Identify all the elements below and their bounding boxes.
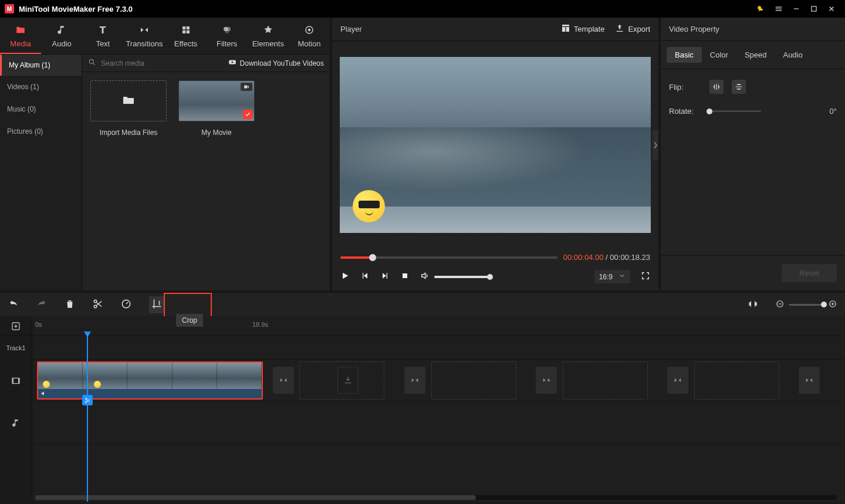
playhead[interactable]	[87, 336, 88, 502]
svg-point-8	[225, 29, 229, 34]
svg-rect-3	[186, 26, 189, 29]
tab-transitions-label: Transitions	[126, 39, 163, 48]
tab-effects-label: Effects	[174, 39, 198, 48]
import-media-card[interactable]: Import Media Files	[90, 80, 167, 137]
ruler-mark-1: 18.9s	[252, 321, 268, 328]
folder-icon	[2, 25, 39, 37]
crop-button[interactable]	[149, 296, 164, 313]
expand-handle[interactable]: ❯	[653, 130, 658, 160]
search-input[interactable]	[101, 59, 195, 67]
playhead-split-handle[interactable]	[82, 395, 93, 405]
download-youtube-link[interactable]: Download YouTube Videos	[228, 58, 324, 68]
rotate-slider[interactable]	[709, 110, 761, 112]
clip-emoji-marker	[43, 381, 50, 388]
tab-elements[interactable]: Elements	[248, 18, 289, 54]
tab-media[interactable]: Media	[0, 18, 41, 54]
prop-tab-audio[interactable]: Audio	[775, 47, 810, 63]
empty-clip-slot[interactable]	[563, 361, 648, 400]
redo-button[interactable]	[36, 299, 47, 311]
tab-elements-label: Elements	[252, 39, 284, 48]
time-sep: /	[603, 253, 610, 262]
template-button[interactable]: Template	[561, 23, 605, 35]
play-button[interactable]	[340, 271, 350, 282]
prev-frame-button[interactable]	[360, 271, 370, 282]
speed-button[interactable]	[121, 299, 131, 311]
track-label: Track1	[0, 336, 32, 360]
tab-effects[interactable]: Effects	[165, 18, 206, 54]
svg-rect-4	[182, 31, 185, 33]
empty-clip-slot[interactable]	[694, 361, 779, 400]
tab-text[interactable]: Text	[82, 18, 123, 54]
transition-slot[interactable]	[667, 367, 688, 394]
volume-slider[interactable]	[434, 276, 490, 278]
time-ruler[interactable]: 0s 18.9s	[0, 316, 845, 336]
youtube-icon	[228, 58, 236, 68]
player-title: Player	[340, 25, 362, 33]
svg-rect-2	[182, 26, 185, 29]
undo-button[interactable]	[8, 299, 19, 311]
fullscreen-button[interactable]	[641, 271, 650, 282]
timeline-scrollbar[interactable]	[35, 495, 837, 500]
reset-button[interactable]: Reset	[782, 264, 837, 282]
timeline-row-label	[32, 336, 845, 360]
tab-filters[interactable]: Filters	[207, 18, 248, 54]
zoom-in-button[interactable]	[829, 300, 837, 310]
tab-transitions[interactable]: Transitions	[123, 18, 165, 54]
seek-bar[interactable]	[340, 256, 557, 259]
prop-tab-color[interactable]: Color	[702, 47, 736, 63]
tab-motion[interactable]: Motion	[289, 18, 330, 54]
maximize-button[interactable]	[805, 0, 823, 18]
video-clip[interactable]	[37, 361, 263, 400]
menu-icon[interactable]	[770, 0, 787, 18]
prop-tab-basic[interactable]: Basic	[667, 47, 702, 63]
time-display: 00:00:04.00 / 00:00:18.23	[563, 253, 650, 262]
upgrade-icon[interactable]	[752, 0, 770, 18]
close-button[interactable]	[823, 0, 840, 18]
tab-motion-label: Motion	[298, 39, 320, 48]
svg-point-10	[308, 29, 311, 32]
time-current: 00:00:04.00	[563, 253, 604, 262]
media-thumb-frame	[178, 80, 255, 121]
export-button[interactable]: Export	[615, 23, 650, 35]
album-item-music[interactable]: Music (0)	[0, 98, 82, 120]
album-item-pictures[interactable]: Pictures (0)	[0, 120, 82, 143]
svg-rect-0	[794, 8, 799, 9]
transition-slot[interactable]	[536, 367, 557, 394]
media-thumb-my-movie[interactable]: My Movie	[178, 80, 255, 137]
audio-track-icon	[0, 402, 32, 444]
video-track-icon	[0, 360, 32, 402]
rotate-label: Rotate:	[669, 107, 701, 116]
transition-slot[interactable]	[273, 367, 294, 394]
tab-audio[interactable]: Audio	[41, 18, 82, 54]
timeline-row-video[interactable]	[32, 360, 845, 402]
transition-icon	[126, 25, 163, 37]
stop-button[interactable]	[400, 271, 410, 282]
folder-open-icon	[121, 93, 136, 109]
prop-tab-speed[interactable]: Speed	[736, 47, 775, 63]
minimize-button[interactable]	[787, 0, 805, 18]
preview-viewport	[340, 57, 651, 233]
zoom-slider[interactable]	[789, 304, 824, 306]
fit-timeline-button[interactable]	[748, 299, 758, 311]
next-frame-button[interactable]	[380, 271, 390, 282]
export-label: Export	[628, 25, 650, 33]
chevron-down-icon	[618, 272, 626, 281]
volume-icon[interactable]	[420, 271, 430, 282]
delete-button[interactable]	[65, 299, 75, 311]
timeline-row-audio[interactable]	[32, 402, 845, 444]
aspect-ratio-select[interactable]: 16:9	[594, 270, 630, 283]
split-button[interactable]	[93, 299, 103, 311]
empty-clip-slot[interactable]	[431, 361, 516, 400]
flip-vertical-button[interactable]	[732, 80, 746, 94]
album-header[interactable]: My Album (1)	[0, 55, 82, 76]
transition-slot[interactable]	[799, 367, 820, 394]
video-badge-icon	[241, 83, 252, 91]
album-item-videos[interactable]: Videos (1)	[0, 76, 82, 98]
app-title: MiniTool MovieMaker Free 7.3.0	[19, 5, 133, 13]
zoom-out-button[interactable]	[776, 300, 784, 310]
flip-horizontal-button[interactable]	[709, 80, 724, 94]
transition-slot[interactable]	[404, 367, 425, 394]
clip-audio-icon	[40, 390, 47, 398]
tab-audio-label: Audio	[52, 39, 72, 48]
import-media-frame	[90, 80, 167, 121]
